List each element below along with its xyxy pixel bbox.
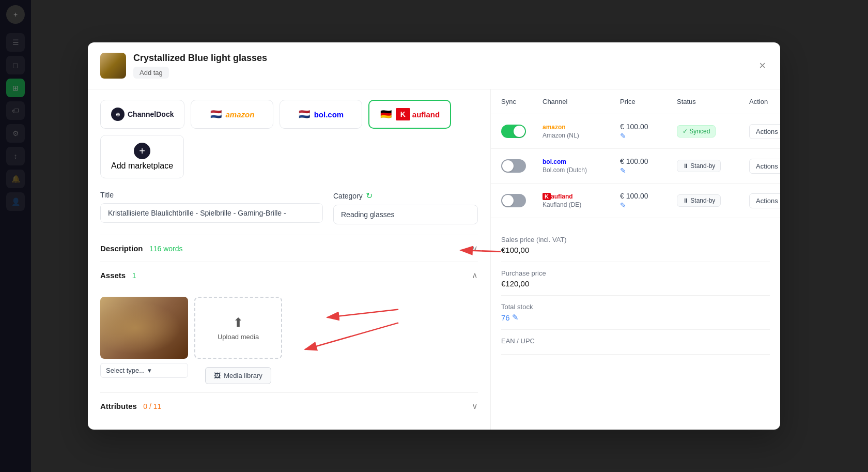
- bol-channel-sub: Bol.com (Dutch): [542, 166, 620, 174]
- media-library-icon: 🖼: [214, 372, 221, 379]
- channel-tabs: ⊛ ChannelDock 🇳🇱 amazon 🇳🇱 bol.com: [100, 100, 478, 178]
- kaufland-k-icon: K: [396, 108, 410, 120]
- tab-channeldock[interactable]: ⊛ ChannelDock: [100, 100, 184, 129]
- media-library-button[interactable]: 🖼 Media library: [205, 367, 271, 384]
- amazon-actions-button[interactable]: Actions ▾: [749, 124, 780, 139]
- toggle-amazon[interactable]: [501, 125, 526, 138]
- description-title: Description 116 words: [100, 244, 183, 253]
- toggle-kaufland[interactable]: [501, 194, 526, 207]
- attributes-title-group: Attributes 0 / 11: [100, 402, 161, 411]
- description-chevron: ∨: [472, 243, 478, 253]
- amazon-actions: Actions ▾: [749, 124, 780, 139]
- assets-title-group: Assets 1: [100, 271, 136, 280]
- assets-grid: Select type... ▾ ⬆ Upload media: [100, 297, 478, 384]
- channeldock-label: ChannelDock: [128, 110, 174, 118]
- table-row-bol: bol.com Bol.com (Dutch) € 100.00 ✎ ⏸ Sta…: [491, 149, 780, 184]
- assets-section-header[interactable]: Assets 1 ∧: [100, 262, 478, 288]
- category-refresh-icon[interactable]: ↻: [366, 191, 373, 201]
- purchase-price-row: Purchase price €120,00: [501, 262, 770, 296]
- table-header: Sync Channel Price Status Action: [491, 89, 780, 114]
- amazon-price: € 100.00: [620, 123, 677, 131]
- category-input[interactable]: [333, 205, 478, 224]
- tab-bol[interactable]: 🇳🇱 bol.com: [280, 100, 362, 129]
- col-action: Action: [749, 98, 780, 105]
- amazon-channel-name: amazon: [542, 124, 620, 131]
- col-channel: Channel: [542, 98, 620, 105]
- asset-image: [100, 297, 188, 359]
- col-price: Price: [620, 98, 677, 105]
- bol-status: ⏸ Stand-by: [677, 160, 749, 172]
- sales-price-row: Sales price (incl. VAT) €100,00: [501, 229, 770, 262]
- add-marketplace-tab[interactable]: + Add marketplace: [100, 135, 184, 178]
- toggle-knob-amazon: [514, 126, 525, 137]
- toggle-knob-kaufland: [502, 195, 514, 206]
- select-type-dropdown[interactable]: Select type... ▾: [100, 363, 188, 378]
- total-stock-link[interactable]: 76: [501, 313, 510, 322]
- upload-dropzone[interactable]: ⬆ Upload media: [194, 297, 282, 359]
- amazon-status-badge: ✓ Synced: [677, 125, 716, 138]
- toggle-bol[interactable]: [501, 159, 526, 173]
- bol-status-badge: ⏸ Stand-by: [677, 160, 721, 172]
- bol-price: € 100.00: [620, 157, 677, 165]
- kaufland-edit-link[interactable]: ✎: [620, 201, 677, 209]
- asset-upload-area: ⬆ Upload media 🖼 Media library: [194, 297, 282, 384]
- title-category-row: Title Category ↻: [100, 191, 478, 224]
- assets-content: Select type... ▾ ⬆ Upload media: [100, 288, 478, 392]
- total-stock-edit-icon[interactable]: ✎: [512, 313, 519, 322]
- attributes-chevron: ∨: [472, 401, 478, 411]
- modal-overlay: Crystallized Blue light glasses Add tag …: [0, 0, 868, 472]
- purchase-price-label: Purchase price: [501, 269, 770, 277]
- channeldock-logo: ⊛ ChannelDock: [111, 108, 174, 121]
- product-modal: Crystallized Blue light glasses Add tag …: [88, 42, 780, 430]
- kaufland-actions: Actions ▾: [749, 193, 780, 208]
- amazon-status: ✓ Synced: [677, 125, 749, 138]
- amazon-channel-sub: Amazon (NL): [542, 132, 620, 139]
- ean-row: EAN / UPC: [501, 330, 770, 355]
- col-status: Status: [677, 98, 749, 105]
- bol-price-group: € 100.00 ✎: [620, 157, 677, 175]
- sales-price-value: €100,00: [501, 246, 770, 254]
- bol-edit-link[interactable]: ✎: [620, 166, 677, 175]
- ean-label: EAN / UPC: [501, 337, 770, 345]
- total-stock-value: 76 ✎: [501, 313, 770, 322]
- bol-actions-button[interactable]: Actions ▾: [749, 159, 780, 174]
- amazon-edit-link[interactable]: ✎: [620, 132, 677, 140]
- select-type-chevron-icon: ▾: [148, 367, 151, 374]
- kaufland-channel-sub: Kaufland (DE): [542, 201, 620, 208]
- attributes-section-header[interactable]: Attributes 0 / 11 ∨: [100, 392, 478, 419]
- kaufland-channel-name: Kaufland: [542, 193, 620, 200]
- kaufland-status-badge: ⏸ Stand-by: [677, 194, 721, 207]
- assets-chevron: ∧: [472, 270, 478, 280]
- col-sync: Sync: [501, 98, 542, 105]
- total-stock-row: Total stock 76 ✎: [501, 296, 770, 330]
- add-tag-button[interactable]: Add tag: [133, 67, 169, 79]
- assets-count: 1: [132, 271, 136, 280]
- toggle-knob-bol: [502, 160, 514, 172]
- tab-amazon[interactable]: 🇳🇱 amazon: [191, 100, 273, 129]
- channel-info-bol: bol.com Bol.com (Dutch): [542, 158, 620, 174]
- kaufland-price: € 100.00: [620, 192, 677, 200]
- asset-existing: Select type... ▾: [100, 297, 188, 378]
- modal-body: ⊛ ChannelDock 🇳🇱 amazon 🇳🇱 bol.com: [88, 89, 780, 430]
- title-input[interactable]: [100, 203, 323, 223]
- description-section-header[interactable]: Description 116 words ∨: [100, 235, 478, 262]
- modal-right-panel: Sync Channel Price Status Action amazon: [491, 89, 780, 430]
- title-group: Title: [100, 191, 323, 224]
- add-marketplace-label: Add marketplace: [111, 161, 173, 171]
- product-info: Crystallized Blue light glasses Add tag: [133, 53, 750, 79]
- tab-kaufland[interactable]: 🇩🇪 K aufland: [368, 100, 451, 129]
- title-label: Title: [100, 191, 323, 199]
- modal-left-panel: ⊛ ChannelDock 🇳🇱 amazon 🇳🇱 bol.com: [88, 89, 491, 430]
- close-button[interactable]: ×: [757, 58, 768, 73]
- category-label: Category ↻: [333, 191, 478, 201]
- channeldock-icon: ⊛: [111, 108, 125, 121]
- kaufland-actions-button[interactable]: Actions ▾: [749, 193, 780, 208]
- amazon-price-group: € 100.00 ✎: [620, 123, 677, 140]
- kaufland-status: ⏸ Stand-by: [677, 194, 749, 207]
- bol-actions: Actions ▾: [749, 159, 780, 174]
- modal-header: Crystallized Blue light glasses Add tag …: [88, 42, 780, 89]
- kaufland-flag: 🇩🇪: [380, 109, 392, 120]
- table-row-amazon: amazon Amazon (NL) € 100.00 ✎ ✓ Synced: [491, 114, 780, 149]
- add-marketplace-icon: +: [134, 143, 150, 159]
- bol-flag: 🇳🇱: [299, 109, 310, 120]
